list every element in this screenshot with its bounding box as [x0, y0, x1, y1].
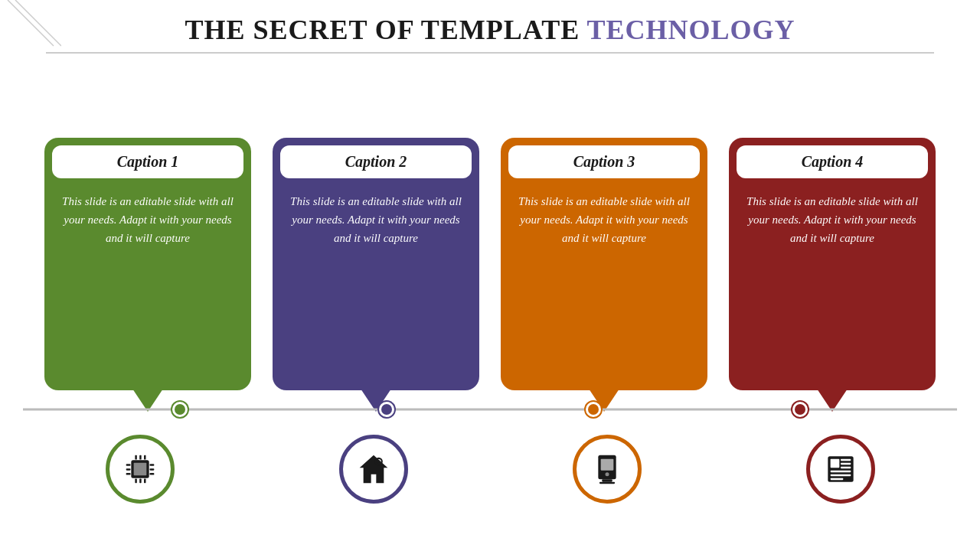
caption-label-4: Caption 4: [802, 153, 864, 170]
caption-text-2: This slide is an editable slide with all…: [273, 178, 479, 255]
svg-rect-28: [841, 466, 851, 468]
svg-rect-20: [600, 458, 613, 470]
caption-header-1: Caption 1: [52, 145, 243, 178]
svg-rect-23: [599, 481, 615, 484]
svg-point-18: [377, 460, 380, 462]
caption-header-4: Caption 4: [737, 145, 928, 178]
bubble-3: Caption 3 This slide is an editable slid…: [501, 138, 707, 390]
svg-rect-25: [830, 458, 839, 468]
caption-text-3: This slide is an editable slide with all…: [501, 178, 707, 255]
svg-rect-14: [139, 478, 142, 483]
timeline-dots: [23, 402, 957, 417]
page-title: THE SECRET OF TEMPLATE TECHNOLOGY: [46, 14, 934, 46]
svg-rect-3: [133, 462, 146, 475]
home-icon: [354, 450, 393, 488]
svg-rect-5: [126, 468, 130, 471]
cards-container: Caption 1 This slide is an editable slid…: [0, 61, 980, 390]
page-header: THE SECRET OF TEMPLATE TECHNOLOGY: [0, 0, 980, 61]
caption-text-1: This slide is an editable slide with all…: [44, 178, 251, 255]
svg-rect-10: [135, 455, 137, 459]
svg-rect-7: [149, 464, 154, 466]
server-icon: [588, 450, 626, 488]
chip-icon: [121, 450, 159, 488]
caption-label-1: Caption 1: [117, 153, 179, 170]
caption-header-2: Caption 2: [280, 145, 472, 178]
svg-rect-8: [149, 468, 154, 471]
card-4: Caption 4 This slide is an editable slid…: [729, 138, 936, 390]
card-1: Caption 1 This slide is an editable slid…: [44, 138, 251, 390]
svg-rect-6: [126, 473, 130, 475]
svg-point-21: [605, 472, 609, 476]
svg-rect-9: [149, 473, 154, 475]
timeline-dot-3: [586, 402, 601, 417]
svg-rect-26: [841, 458, 851, 461]
caption-label-3: Caption 3: [573, 153, 635, 170]
title-part1: THE SECRET OF TEMPLATE: [185, 15, 586, 45]
icons-row: [0, 429, 980, 504]
icon-circle-1: [106, 435, 175, 504]
timeline-dot-1: [172, 402, 188, 417]
bubble-4: Caption 4 This slide is an editable slid…: [729, 138, 936, 390]
timeline: [23, 390, 957, 429]
svg-rect-22: [602, 479, 612, 481]
svg-rect-31: [830, 478, 843, 480]
svg-rect-27: [841, 462, 851, 465]
svg-rect-30: [830, 474, 851, 476]
news-icon: [822, 450, 860, 488]
card-2: Caption 2 This slide is an editable slid…: [273, 138, 479, 390]
svg-rect-13: [135, 478, 137, 483]
svg-marker-16: [359, 455, 387, 483]
icon-circle-3: [573, 435, 642, 504]
svg-rect-15: [144, 478, 146, 483]
timeline-dot-2: [379, 402, 394, 417]
icon-circle-2: [339, 435, 408, 504]
card-3: Caption 3 This slide is an editable slid…: [501, 138, 707, 390]
svg-rect-12: [144, 455, 146, 459]
caption-header-3: Caption 3: [508, 145, 700, 178]
icon-circle-4: [806, 435, 875, 504]
svg-rect-4: [126, 464, 130, 466]
title-part2: TECHNOLOGY: [587, 15, 795, 45]
bubble-2: Caption 2 This slide is an editable slid…: [273, 138, 479, 390]
svg-rect-11: [139, 455, 142, 459]
caption-text-4: This slide is an editable slide with all…: [729, 178, 936, 255]
header-divider: [46, 52, 934, 54]
caption-label-2: Caption 2: [345, 153, 407, 170]
svg-rect-29: [830, 470, 851, 472]
timeline-dot-4: [792, 402, 808, 417]
bubble-1: Caption 1 This slide is an editable slid…: [44, 138, 251, 390]
